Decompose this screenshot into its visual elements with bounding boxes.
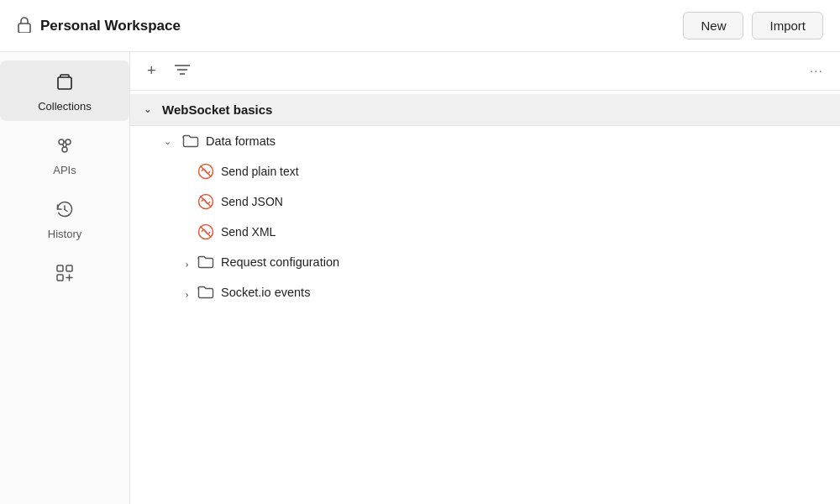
header-buttons: New Import: [683, 12, 823, 39]
collections-icon: [54, 71, 76, 96]
collection-header[interactable]: ⌄ WebSocket basics: [130, 94, 840, 126]
svg-point-3: [66, 139, 71, 144]
sidebar-item-collections[interactable]: Collections: [0, 60, 129, 121]
addons-icon: [54, 262, 76, 287]
request-send-json[interactable]: Send JSON: [130, 186, 840, 217]
folder-socketio-icon: [197, 285, 214, 300]
sidebar-item-apis[interactable]: APIs: [0, 124, 129, 185]
folder-request-config-label: Request configuration: [221, 255, 339, 269]
import-button[interactable]: Import: [752, 12, 823, 39]
folder-data-formats: ⌄ Data formats Send plain text: [130, 126, 840, 247]
request-send-plain-text[interactable]: Send plain text: [130, 156, 840, 186]
tree: ⌄ WebSocket basics ⌄ Data formats: [130, 91, 840, 504]
folder-request-config: ⌄ Request configuration: [130, 247, 840, 277]
ws-icon-plain-text: [197, 163, 214, 180]
ws-icon-xml: [197, 223, 214, 240]
folder-socketio-label: Socket.io events: [221, 286, 310, 299]
folder-data-formats-chevron: ⌄: [164, 136, 176, 147]
new-button[interactable]: New: [683, 12, 743, 39]
header: Personal Workspace New Import: [0, 0, 840, 52]
request-json-label: Send JSON: [221, 195, 283, 208]
ws-icon-json: [197, 193, 214, 210]
history-icon: [54, 198, 76, 223]
add-button[interactable]: +: [142, 59, 161, 83]
folder-socketio-chevron: ⌄: [180, 286, 191, 298]
svg-line-6: [63, 144, 65, 148]
sidebar-item-addons[interactable]: [0, 252, 129, 296]
svg-point-4: [62, 147, 67, 152]
folder-request-config-header[interactable]: ⌄ Request configuration: [130, 247, 840, 277]
request-send-xml[interactable]: Send XML: [130, 217, 840, 247]
sidebar-item-history[interactable]: History: [0, 188, 129, 249]
sidebar-history-label: History: [48, 228, 81, 240]
svg-rect-0: [18, 24, 30, 33]
folder-data-formats-header[interactable]: ⌄ Data formats: [130, 126, 840, 156]
sidebar-collections-label: Collections: [38, 100, 92, 113]
svg-rect-11: [66, 265, 72, 271]
header-title: Personal Workspace: [40, 18, 181, 34]
main-panel: + ··· ⌄ WebSocket basics ⌄: [130, 52, 840, 504]
collection-chevron: ⌄: [144, 104, 155, 115]
folder-socketio: ⌄ Socket.io events: [130, 277, 840, 307]
svg-rect-10: [57, 265, 63, 271]
search-input[interactable]: [203, 61, 796, 81]
request-plain-text-label: Send plain text: [221, 165, 299, 178]
header-left: Personal Workspace: [17, 16, 181, 36]
filter-button[interactable]: [170, 59, 195, 83]
svg-line-9: [65, 210, 67, 212]
toolbar: + ···: [130, 52, 840, 91]
folder-data-formats-label: Data formats: [206, 134, 276, 148]
apis-icon: [54, 134, 76, 160]
svg-line-7: [66, 144, 67, 148]
sidebar-apis-label: APIs: [53, 164, 76, 176]
request-xml-label: Send XML: [221, 225, 276, 239]
folder-request-config-chevron: ⌄: [180, 256, 191, 268]
body: Collections APIs: [0, 52, 840, 504]
folder-socketio-header[interactable]: ⌄ Socket.io events: [130, 277, 840, 307]
svg-rect-12: [57, 275, 63, 281]
lock-icon: [17, 16, 32, 36]
folder-request-config-icon: [197, 255, 214, 270]
sidebar: Collections APIs: [0, 52, 130, 504]
collection-name: WebSocket basics: [162, 102, 272, 117]
more-button[interactable]: ···: [805, 60, 828, 82]
folder-data-formats-icon: [182, 134, 199, 149]
svg-point-2: [59, 139, 64, 144]
folder-data-formats-children: Send plain text Send JSON: [130, 156, 840, 247]
svg-rect-1: [58, 77, 71, 89]
